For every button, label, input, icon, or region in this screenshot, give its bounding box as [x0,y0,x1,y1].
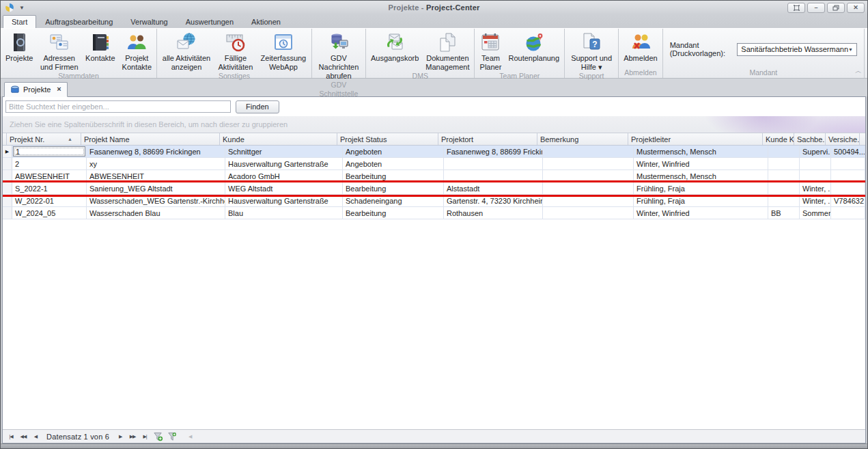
cell-versiche[interactable] [831,207,865,219]
cell-sachbe[interactable] [800,158,831,169]
ribbon-button-gdv-nachrichten-abrufen[interactable]: GDV Nachrichten abrufen [313,30,364,81]
ribbon-button-support-und-hilfe[interactable]: ?Support und Hilfe ▾ [566,30,617,72]
row-selector[interactable] [3,158,12,169]
column-header-projekt-status[interactable]: Projekt Status [337,133,438,145]
cell-kunde-k[interactable] [768,170,800,182]
column-header-bemerkung[interactable]: Bemerkung [537,133,628,145]
cell-projektleiter[interactable]: Winter, Winfried [634,207,768,219]
cell-sachbe[interactable]: Winter, ... [800,195,831,206]
cell-versiche[interactable] [831,182,865,194]
tab-close-icon[interactable]: × [57,85,61,93]
ribbon-button-alle-aktivitäten-anzeigen[interactable]: alle Aktivitäten anzeigen [158,30,214,72]
cell-projekt-status[interactable]: Angeboten [343,146,444,157]
ribbon-button-kontakte[interactable]: Kontakte [82,30,118,63]
cell-kunde[interactable]: Hausverwaltung Gartenstraße [225,158,343,169]
cell-bemerkung[interactable] [543,158,634,169]
column-header-projekt-name[interactable]: Projekt Name [81,133,220,145]
cell-projektleiter[interactable]: Frühling, Fraja [634,182,768,194]
cell-projektort[interactable]: Fasanenweg 8, 88699 Frickingen [444,146,543,157]
cell-projekt-name[interactable]: Sanierung_WEG Altstadt [87,182,225,194]
cell-kunde-k[interactable] [768,195,800,206]
cell-projekt-status[interactable]: Angeboten [343,158,444,169]
group-by-panel[interactable]: Ziehen Sie eine Spaltenüberschrift in di… [3,116,865,133]
cell-projektort[interactable] [444,170,543,182]
cell-projekt-nr[interactable]: 2 [12,158,87,169]
column-header-kunde[interactable]: Kunde [220,133,337,145]
cell-versiche[interactable]: V784632 [831,195,865,206]
mandant-select[interactable]: Sanitärfachbetrieb Wassermann▼ [737,43,857,56]
table-row[interactable]: W_2022-01Wasserschaden_WEG Gartenstr.-Ki… [3,195,865,207]
cell-projekt-nr[interactable]: S_2022-1 [12,182,87,194]
cell-sachbe[interactable]: Supervi... [800,146,831,157]
ribbon-button-team-planer[interactable]: Team Planer [476,30,505,72]
table-row[interactable]: W_2024_05Wasserschaden BlauBlauBearbeitu… [3,207,865,219]
ribbon-tab-auftragsbearbeitung[interactable]: Auftragsbearbeitung [36,15,122,28]
restore-button[interactable] [827,3,845,13]
column-header-projekt-nr[interactable]: Projekt Nr.▲ [7,133,81,145]
column-header-projektort[interactable]: Projektort [438,133,537,145]
cell-kunde-k[interactable] [768,182,800,194]
cell-kunde-k[interactable] [768,146,800,157]
cell-projekt-name[interactable]: ABWESENHEIT [87,170,225,182]
next-page-button[interactable]: ▶▶ [127,431,138,442]
ribbon-tab-aktionen[interactable]: Aktionen [242,15,290,28]
cell-bemerkung[interactable] [543,195,634,206]
cell-projekt-nr[interactable]: 1 [12,146,87,157]
column-header-sachbe[interactable]: Sachbe... [794,133,826,145]
cell-sachbe[interactable]: Winter, ... [800,182,831,194]
row-selector[interactable]: ▶ [3,146,12,157]
filter-edit-icon[interactable] [165,431,178,442]
cell-sachbe[interactable] [800,170,831,182]
find-button[interactable]: Finden [236,100,279,113]
tab-projekte[interactable]: Projekte × [4,82,68,97]
ribbon-button-fällige-aktivitäten[interactable]: Fällige Aktivitäten [214,30,257,72]
ribbon-button-adressen-und-firmen[interactable]: Adressen und Firmen [36,30,82,72]
cell-projektleiter[interactable]: Mustermensch, Mensch [634,146,768,157]
cell-projektort[interactable]: Alstastadt [444,182,543,194]
cell-kunde[interactable]: Hausverwaltung Gartenstraße [225,195,343,206]
cell-projekt-name[interactable]: Wasserschaden_WEG Gartenstr.-Kirchheim [87,195,225,206]
cell-projektort[interactable]: Rothausen [444,207,543,219]
cell-projekt-status[interactable]: Bearbeitung [343,182,444,194]
first-record-button[interactable]: |◀ [5,431,16,442]
fit-window-button[interactable] [787,3,805,13]
ribbon-button-dokumenten-management[interactable]: Dokumenten Management [422,30,473,72]
cell-kunde[interactable]: Schnittger [225,146,343,157]
cell-versiche[interactable] [831,170,865,182]
row-selector[interactable] [3,207,12,219]
table-row[interactable]: ABWESENHEITABWESENHEITAcadoro GmbHBearbe… [3,170,865,182]
cell-bemerkung[interactable] [543,170,634,182]
ribbon-button-zeiterfassung-webapp[interactable]: Zeiterfassung WebApp [257,30,310,72]
cell-bemerkung[interactable] [543,146,634,157]
cell-sachbe[interactable]: Sommer... [800,207,831,219]
cell-projektleiter[interactable]: Winter, Winfried [634,158,768,169]
close-button[interactable]: ✕ [847,3,865,13]
ribbon-button-projekte[interactable]: Projekte [2,30,36,63]
minimize-button[interactable]: – [807,3,825,13]
ribbon-button-abmelden[interactable]: Abmelden [620,30,661,63]
cell-projektort[interactable]: Gartenstr. 4, 73230 Kirchheim [444,195,543,206]
cell-projekt-name[interactable]: Fasanenweg 8, 88699 Frickingen [87,146,225,157]
cell-projektleiter[interactable]: Mustermensch, Mensch [634,170,768,182]
cell-projekt-nr[interactable]: W_2024_05 [12,207,87,219]
next-record-button[interactable]: ▶ [115,431,126,442]
cell-bemerkung[interactable] [543,207,634,219]
cell-kunde-k[interactable]: BB [768,207,800,219]
cell-kunde[interactable]: Acadoro GmbH [225,170,343,182]
ribbon-button-routenplanung[interactable]: Routenplanung [505,30,563,63]
cell-projekt-status[interactable]: Schadeneingang [343,195,444,206]
cell-projekt-status[interactable]: Bearbeitung [343,207,444,219]
cell-projekt-status[interactable]: Bearbeitung [343,170,444,182]
filter-add-icon[interactable] [152,431,164,442]
row-selector[interactable] [3,182,12,194]
table-row[interactable]: ▶1Fasanenweg 8, 88699 FrickingenSchnittg… [3,146,865,158]
search-input[interactable] [5,100,231,113]
column-header-projektleiter[interactable]: Projektleiter [628,133,763,145]
cell-projektleiter[interactable]: Frühling, Fraja [634,195,768,206]
row-selector[interactable] [3,195,12,206]
cell-projekt-name[interactable]: xy [87,158,225,169]
quick-access-dropdown-icon[interactable]: ▼ [17,3,27,12]
table-row[interactable]: 2xyHausverwaltung GartenstraßeAngebotenW… [3,158,865,170]
cell-versiche[interactable]: 500494... [831,146,865,157]
ribbon-tab-verwaltung[interactable]: Verwaltung [122,15,176,28]
